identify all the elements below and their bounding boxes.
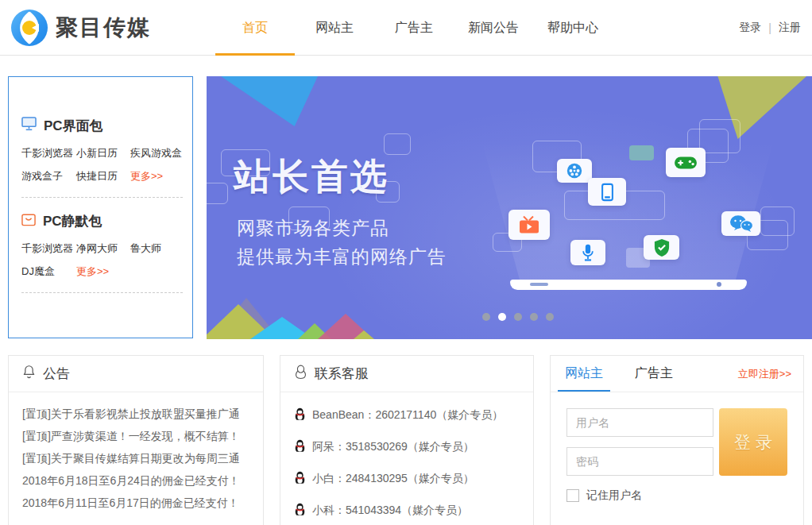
nav-item-home[interactable]: 首页 [215,0,295,56]
nav-item-advertiser[interactable]: 广告主 [374,0,454,56]
main-nav: 首页 网站主 广告主 新闻公告 帮助中心 [215,0,613,56]
nav-item-help[interactable]: 帮助中心 [533,0,613,56]
carousel-dot[interactable] [530,313,538,321]
announcement-item[interactable]: 2018年6月18日至6月24日的佣金已经支付！ [22,469,249,492]
divider [21,292,183,293]
carousel-dot[interactable] [498,313,506,321]
brand-logo-icon [11,10,48,46]
product-link[interactable]: 千影浏览器 [21,241,76,256]
product-link[interactable]: 净网大师 [76,241,130,256]
pc-ui-package-title: PC界面包 [21,117,183,135]
announcements-list: [置顶]关于乐看影视禁止投放联盟买量推广通 [置顶]严查涉黄渠道！一经发现，概不… [9,392,263,524]
product-link[interactable]: 快捷日历 [76,169,130,183]
auth-links: 登录 | 注册 [739,21,801,35]
announcement-item[interactable]: [置顶]严查涉黄渠道！一经发现，概不结算！ [22,425,249,447]
tab-webmaster[interactable]: 网站主 [565,356,603,392]
login-link[interactable]: 登录 [739,21,761,35]
pc-silent-package-title: PC静默包 [21,212,183,230]
hero-banner[interactable]: 站长首选 网聚市场各类产品 提供最为丰富的网络广告 [207,76,812,339]
product-link[interactable]: 游戏盒子 [21,169,76,183]
pc-silent-package-links: 千影浏览器 净网大师 鲁大师 DJ魔盒 更多>> [21,241,183,279]
qq-penguin-icon [294,439,306,455]
decor-rect [629,145,654,160]
product-link[interactable]: DJ魔盒 [21,264,76,279]
remember-row: 记住用户名 [566,488,787,503]
support-panel: 联系客服 BeanBean：2602171140（媒介专员） 阿呆：351853… [280,355,534,525]
microphone-icon [570,240,605,265]
qq-contact[interactable]: 阿呆：3518530269（媒介专员） [294,431,520,463]
remember-label: 记住用户名 [586,488,642,503]
shield-check-icon [644,235,679,260]
login-panel: 网站主 广告主 立即注册>> 登 录 记住用户名 [550,355,804,525]
login-tabs: 网站主 广告主 立即注册>> [551,356,803,392]
product-link[interactable]: 千影浏览器 [21,146,76,160]
support-header: 联系客服 [280,356,533,392]
qq-contact[interactable]: 小科：541043394（媒介专员） [294,495,520,525]
gamepad-icon [666,148,706,177]
register-link[interactable]: 注册 [779,21,801,35]
header: 聚目传媒 首页 网站主 广告主 新闻公告 帮助中心 登录 | 注册 [0,0,812,56]
more-link[interactable]: 更多>> [76,264,130,279]
username-input[interactable] [566,408,713,437]
qq-penguin-icon [294,503,306,519]
register-now-link[interactable]: 立即注册>> [738,356,791,392]
announcements-header: 公告 [9,356,263,392]
bag-icon [21,213,36,230]
brand-name: 聚目传媒 [56,13,151,43]
qq-penguin-icon [294,407,306,423]
remember-checkbox[interactable] [566,489,579,502]
login-button[interactable]: 登 录 [719,408,787,476]
bell-icon [22,365,36,383]
smartphone-icon [588,178,626,206]
carousel-dot[interactable] [514,313,522,321]
carousel-dot[interactable] [546,313,554,321]
film-reel-icon [557,159,592,183]
banner-mountain-triangle [354,330,374,339]
laptop-illustration [510,280,747,290]
banner-headline: 站长首选 [234,152,389,202]
announcement-item[interactable]: [置顶]关于乐看影视禁止投放联盟买量推广通 [22,403,249,425]
wechat-icon [721,211,760,236]
login-form: 登 录 记住用户名 [551,392,803,503]
banner-triangle [221,76,318,126]
carousel-dot[interactable] [482,313,490,321]
product-packages-panel: PC界面包 千影浏览器 小新日历 疾风游戏盒 游戏盒子 快捷日历 更多>> PC… [8,76,193,338]
outline-rect [207,183,228,204]
tv-icon [508,210,550,240]
nav-item-webmaster[interactable]: 网站主 [295,0,374,56]
announcement-item[interactable]: 2018年6月11日至6月17日的佣金已经支付！ [22,492,249,514]
announcements-panel: 公告 [置顶]关于乐看影视禁止投放联盟买量推广通 [置顶]严查涉黄渠道！一经发现… [8,355,264,525]
announcements-title: 公告 [43,365,70,383]
outline-rect [384,133,411,155]
nav-item-news[interactable]: 新闻公告 [454,0,533,56]
auth-separator: | [768,21,771,34]
product-link[interactable]: 小新日历 [76,146,130,160]
announcement-item[interactable]: [置顶]关于聚目传媒结算日期更改为每周三通 [22,447,249,469]
product-link[interactable]: 鲁大师 [130,241,183,256]
qq-outline-icon [294,365,307,384]
divider [21,197,183,198]
banner-subtitle-2: 提供最为丰富的网络广告 [237,245,447,269]
tab-advertiser[interactable]: 广告主 [635,356,673,392]
monitor-icon [21,117,37,135]
product-link[interactable]: 疾风游戏盒 [130,146,183,160]
more-link[interactable]: 更多>> [130,169,183,183]
banner-subtitle-1: 网聚市场各类产品 [237,216,389,241]
qq-contact[interactable]: BeanBean：2602171140（媒介专员） [294,400,520,431]
qq-penguin-icon [294,471,306,487]
password-input[interactable] [566,447,713,476]
support-title: 联系客服 [315,365,369,383]
carousel-dots [482,313,554,321]
brand[interactable]: 聚目传媒 [11,10,151,46]
pc-ui-package-links: 千影浏览器 小新日历 疾风游戏盒 游戏盒子 快捷日历 更多>> [21,146,183,183]
qq-contact[interactable]: 小白：2484130295（媒介专员） [294,463,520,495]
support-contacts-list: BeanBean：2602171140（媒介专员） 阿呆：3518530269（… [280,392,533,525]
